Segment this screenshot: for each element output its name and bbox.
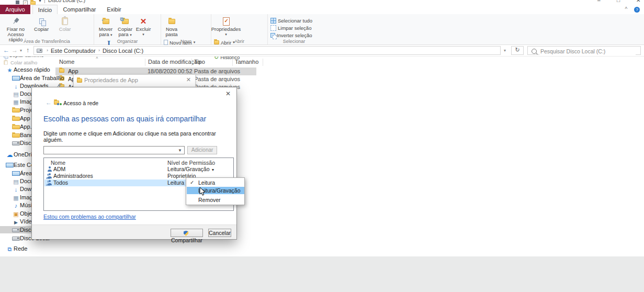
dialog-back-icon[interactable]: ← [46,99,52,106]
up-icon[interactable]: ↑ [26,47,29,54]
combobox-dropdown-icon[interactable]: ▼ [178,148,182,153]
doc-icon: ▤ [12,91,20,98]
close-button[interactable]: ✕ [636,0,640,3]
close-icon[interactable]: ✕ [186,76,191,83]
chevron-down-icon: ▾ [130,33,132,37]
user-icon [47,166,52,172]
disk-icon [12,228,20,232]
ribbon-utility: ^ ? [625,6,640,13]
column-divider[interactable] [145,59,145,66]
bottom-background [0,256,644,292]
paste-icon [62,17,68,25]
qat-dropdown-icon[interactable]: ▾ [39,0,41,3]
group-icon [47,173,52,178]
refresh-icon: ↻ [515,47,519,53]
column-header-date[interactable]: Data de modificação [148,59,200,65]
column-divider[interactable] [263,59,263,66]
ribbon-tabs: Arquivo Início Compartilhar Exibir [0,5,644,14]
menu-item-leitura[interactable]: ✓ Leitura [187,179,244,186]
paste-button[interactable]: Colar [54,15,76,32]
group-open: Propriedades ▾ Abrir▾ Editar ↻Histórico … [211,14,268,44]
copy-to-button[interactable]: ⧉ Copiar para ▾ [116,15,134,38]
people-combobox[interactable]: ▼ [43,146,185,154]
help-icon[interactable]: ? [634,7,640,13]
address-dropdown-icon[interactable]: ▾ [504,48,506,53]
sharing-trouble-link[interactable]: Estou com problemas ao compartilhar [43,214,136,220]
dialog-footer: Compartilhar Cancelar [32,224,236,239]
paste-shortcut-button[interactable]: Colar atalho [3,59,44,66]
group-label-new: Novo [161,39,211,44]
move-to-button[interactable]: ← Mover para ▾ [97,15,115,38]
group-clipboard: Fixar no Acesso rápido Copiar Colar ✂Rec… [0,14,94,44]
ribbon: Fixar no Acesso rápido Copiar Colar ✂Rec… [0,14,644,45]
pin-icon [11,16,20,26]
chevron-down-icon: ▾ [225,32,227,37]
window-title: Disco Local (C:) [48,0,85,3]
sidebar-item-21-rede[interactable]: ⧉Rede [0,245,58,252]
share-button[interactable]: Compartilhar [171,229,203,237]
tab-compartilhar[interactable]: Compartilhar [61,5,98,14]
group-label-select: Selecionar [268,39,320,44]
network-share-icon [54,99,61,105]
image-icon: ▦ [12,194,20,201]
minimize-button[interactable]: – [597,0,601,3]
list-header-name: Nome [51,160,65,166]
new-folder-button[interactable]: Nova pasta [164,15,179,37]
search-box[interactable] [527,46,641,55]
breadcrumb-current[interactable]: Disco Local (C:) [103,48,143,54]
search-input[interactable] [539,47,636,55]
select-all-button[interactable]: Selecionar tudo [270,17,312,24]
maximize-button[interactable]: □ [617,0,620,3]
invert-selection-button[interactable]: Inverter seleção [270,31,312,39]
permission-dropdown-icon[interactable]: ▼ [210,168,215,172]
forward-icon[interactable]: → [12,47,18,54]
back-icon[interactable]: ← [3,47,9,54]
dialog-title: Acesso à rede [63,100,98,106]
sidebar-item-1--rea-de-trabalho[interactable]: Área de Trabalho [0,74,64,82]
refresh-button[interactable]: ↻ [511,46,524,55]
monitor-icon [12,171,20,176]
column-header-name[interactable]: Nome [59,59,74,65]
dialog-heading: Escolha as pessoas com as quais irá comp… [43,115,206,123]
sidebar-item-0-acesso-r-pido[interactable]: ★Acesso rápido [0,66,58,73]
ribbon-collapse-icon[interactable]: ^ [625,6,628,12]
column-divider[interactable] [191,59,192,66]
dialog-close-button[interactable]: ✕ [224,89,232,98]
column-header-type[interactable]: Tipo [194,59,205,65]
folder-qat-icon[interactable] [30,1,36,5]
sidebar-item-label: Rede [14,245,27,252]
disk-icon [12,141,20,145]
tab-arquivo[interactable]: Arquivo [0,5,30,14]
pages-icon: ⧉ [120,17,124,22]
new-folder-icon [168,19,175,24]
video-icon: ▶ [12,219,20,226]
menu-item-leitura-gravacao[interactable]: Leitura/Gravação [187,187,244,194]
mouse-cursor [199,187,206,196]
properties-window-title: Propriedades de App [84,77,138,83]
folder-icon [12,125,20,129]
properties-qat-icon[interactable]: ✓ [23,1,28,5]
group-icon [47,180,52,185]
group-select: Selecionar tudo Limpar seleção Inverter … [268,14,320,44]
cancel-button[interactable]: Cancelar [208,229,231,237]
breadcrumb[interactable]: › Este Computador › Disco Local (C:) [33,46,501,55]
history-dropdown-icon[interactable]: ▾ [20,48,22,53]
uac-shield-icon [184,231,188,236]
properties-button[interactable]: Propriedades ▾ [214,15,238,37]
disk-icon [12,237,20,241]
music-icon: ♪ [12,202,20,209]
tab-inicio[interactable]: Início [32,5,58,15]
breadcrumb-this-pc[interactable]: Este Computador [51,48,96,54]
add-button[interactable]: Adicionar [187,146,217,154]
tab-exibir[interactable]: Exibir [103,5,126,14]
menu-item-remover[interactable]: Remover [187,196,244,204]
drive-icon [37,49,42,53]
copy-button[interactable]: Copiar [30,15,52,32]
left-arrow-icon: ← [101,17,106,22]
box3d-icon: ▣ [12,210,20,218]
titlebar-divider: | [44,0,46,3]
list-row-adm[interactable]: ADM Leitura/Gravação▼ [44,166,233,173]
image-icon: ▦ [12,98,20,106]
select-none-button[interactable]: Limpar seleção [270,24,312,31]
delete-button[interactable]: ✕ Excluir ▾ [135,15,151,37]
